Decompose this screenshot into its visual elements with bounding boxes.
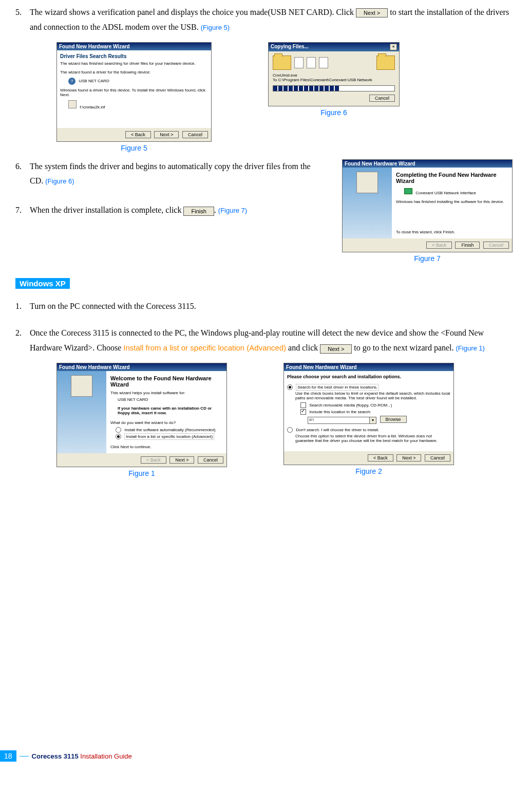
wizard-heading: Completing the Found New Hardware Wizard <box>396 172 508 184</box>
figure-6-caption: Figure 6 <box>320 108 347 117</box>
xp-step-2: 2. Once the Corecess 3115 is connected t… <box>15 326 515 356</box>
step-7: 7. When the driver installation is compl… <box>15 203 325 218</box>
opt-search: Search for the best driver in these loca… <box>296 384 379 391</box>
next-button-inline[interactable]: Next > <box>320 344 352 354</box>
dialog-title: Found New Hardware Wizard <box>345 161 415 167</box>
cancel-button[interactable]: Cancel <box>369 95 395 102</box>
opt-dont-search: Don't search. I will choose the driver t… <box>296 428 379 432</box>
step-5: 5. The wizard shows a verification panel… <box>15 5 515 35</box>
opt-advanced: Install from a list or specific location… <box>124 433 214 440</box>
footer-divider <box>20 756 29 756</box>
xp1-l4: Click Next to continue. <box>110 445 222 449</box>
dialog-line1: The wizard found a driver for the follow… <box>60 70 208 75</box>
xp2-text-c: to go to the next wizard panel. <box>354 343 456 352</box>
dialog-title: Found New Hardware Wizard <box>286 364 357 370</box>
opt-search-desc: Use the check boxes below to limit or ex… <box>295 391 450 400</box>
step5-text-a: The wizard shows a verification panel an… <box>30 8 356 16</box>
xp-step-2-num: 2. <box>15 326 30 356</box>
wizard-side-panel <box>57 371 106 453</box>
step-6-num: 6. <box>15 159 30 189</box>
cancel-button[interactable]: Cancel <box>182 131 208 138</box>
dialog-found-new-hardware: Found New Hardware Wizard Driver Files S… <box>56 42 212 142</box>
figure-5: Found New Hardware Wizard Driver Files S… <box>56 42 212 152</box>
back-button[interactable]: < Back <box>125 131 151 138</box>
hardware-icon <box>71 375 92 397</box>
dialog-title: Copying Files... <box>271 44 309 50</box>
device-name: Conexant USB Network Interface <box>415 191 476 195</box>
step5-figref: (Figure 5) <box>201 24 230 31</box>
section-windows-xp: Windows XP <box>15 278 70 289</box>
xp2-highlight: Install from a list or specific location… <box>123 343 286 352</box>
check-removable[interactable] <box>300 402 306 408</box>
xp1-l2: If your hardware came with an installati… <box>118 406 222 415</box>
step7-text-a: When the driver installation is complete… <box>30 206 183 214</box>
next-button[interactable]: Next > <box>154 131 179 138</box>
radio-auto[interactable] <box>116 427 121 433</box>
finish-button[interactable]: Finish <box>455 242 480 249</box>
xp2-text-b: and click <box>288 343 320 352</box>
copy-filename: CnxUInst.exe <box>273 73 395 78</box>
footer-title-bold: Corecess 3115 <box>32 752 79 760</box>
figure-xp-1: Found New Hardware Wizard Welcome to the… <box>56 363 227 477</box>
document-icon <box>307 57 316 68</box>
cancel-button[interactable]: Cancel <box>198 456 223 464</box>
step-5-num: 5. <box>15 5 30 35</box>
step-7-num: 7. <box>15 203 30 218</box>
dialog-title: Found New Hardware Wizard <box>59 364 130 370</box>
xp-step-1-num: 1. <box>15 299 30 314</box>
figure-7: Found New Hardware Wizard Completing the… <box>340 159 515 263</box>
next-button-inline[interactable]: Next > <box>356 8 388 17</box>
step-6: 6. The system finds the driver and begin… <box>15 159 325 189</box>
step6-figref: (Figure 6) <box>45 177 74 185</box>
figure-xp-2: Found New Hardware Wizard Please choose … <box>283 363 454 477</box>
next-button[interactable]: Next > <box>169 456 194 464</box>
xp1-l1: This wizard helps you install software f… <box>110 391 222 395</box>
inf-icon <box>68 100 77 108</box>
wizard-line: Windows has finished installing the soft… <box>396 199 508 204</box>
step7-figref: (Figure 7) <box>218 207 247 214</box>
document-icon <box>294 57 304 68</box>
check-include-location[interactable] <box>300 409 306 415</box>
wizard-side-panel <box>343 168 392 238</box>
radio-search-best[interactable] <box>287 384 293 390</box>
device-name: USB NET CARD <box>79 79 109 83</box>
close-icon[interactable]: × <box>390 44 397 50</box>
back-button[interactable]: < Back <box>368 454 393 462</box>
chk-removable: Search removable media (floppy, CD-ROM..… <box>309 403 392 408</box>
dialog-copying-files: Copying Files... × CnxUInst.exe To C:\Pr… <box>268 42 400 106</box>
wizard-close-hint: To close this wizard, click Finish. <box>396 230 508 234</box>
wizard-heading: Please choose your search and installati… <box>287 374 450 379</box>
xp1-l3: What do you want the wizard to do? <box>110 420 222 425</box>
question-icon: ? <box>68 78 75 85</box>
back-button: < Back <box>141 456 166 464</box>
hardware-icon <box>356 172 378 193</box>
figure-7-caption: Figure 7 <box>414 254 440 263</box>
browse-button[interactable]: Browse <box>380 416 407 423</box>
document-icon <box>319 57 328 68</box>
page-number: 18 <box>0 750 16 762</box>
network-icon <box>404 188 412 194</box>
radio-advanced[interactable] <box>116 434 121 439</box>
wizard-heading: Welcome to the Found New Hardware Wizard <box>110 375 222 387</box>
figure-xp-2-caption: Figure 2 <box>355 467 382 475</box>
finish-button-inline[interactable]: Finish <box>183 207 214 216</box>
back-button: < Back <box>426 242 452 249</box>
radio-dont-search[interactable] <box>287 427 293 433</box>
next-button[interactable]: Next > <box>396 454 421 462</box>
folder-icon <box>273 56 291 70</box>
opt-auto: Install the software automatically (Reco… <box>124 428 215 432</box>
dialog-xp-welcome: Found New Hardware Wizard Welcome to the… <box>56 363 227 467</box>
figure-xp-1-caption: Figure 1 <box>128 469 155 477</box>
copy-destination: To C:\Program Files\Conexant\Conexant US… <box>273 78 395 82</box>
page-footer: 18 Corecess 3115 Installation Guide <box>0 750 132 762</box>
path-combo[interactable]: d:\ <box>308 417 376 424</box>
footer-title-rest: Installation Guide <box>79 752 132 760</box>
inf-path: f:\cnxtau2k.inf <box>80 105 105 109</box>
folder-icon <box>376 56 395 70</box>
opt-dont-search-desc: Choose this option to select the device … <box>295 434 450 443</box>
cancel-button: Cancel <box>483 242 509 249</box>
dialog-titlebar: Found New Hardware Wizard <box>57 43 211 50</box>
figure-6: Copying Files... × CnxUInst.exe To C:\Pr… <box>268 42 400 152</box>
cancel-button[interactable]: Cancel <box>425 454 450 462</box>
dialog-subnote: The wizard has finished searching for dr… <box>60 61 208 66</box>
